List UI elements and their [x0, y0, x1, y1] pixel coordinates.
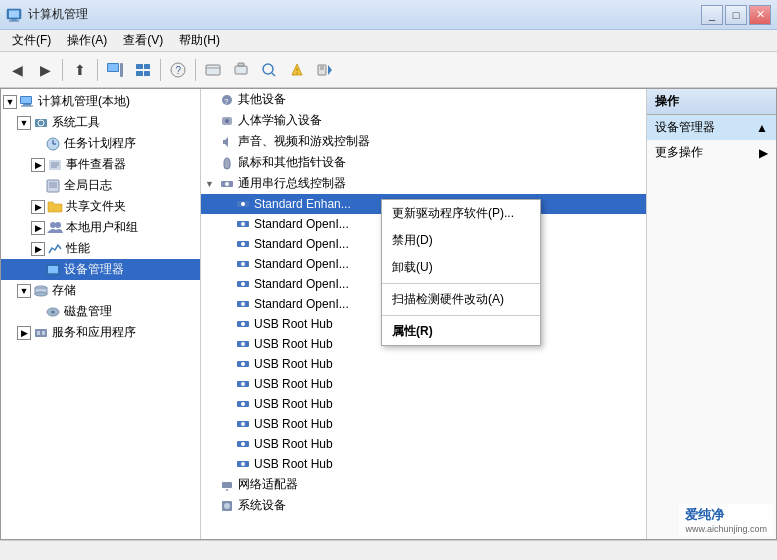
svg-point-51: [51, 310, 55, 313]
usb-ctrl-icon: [219, 176, 235, 192]
window-title: 计算机管理: [28, 6, 88, 23]
extra-btn-1[interactable]: [200, 57, 226, 83]
svg-rect-7: [136, 64, 143, 69]
services-expand[interactable]: ▶: [17, 326, 31, 340]
svg-line-18: [272, 73, 275, 76]
svg-point-44: [55, 222, 61, 228]
device-usb-root-5[interactable]: USB Root Hub: [201, 434, 646, 454]
local-users-label: 本地用户和组: [66, 219, 138, 236]
mouse-icon: [219, 155, 235, 171]
usb-root-icon-5: [235, 436, 251, 452]
close-button[interactable]: ✕: [749, 5, 771, 25]
system-tools-expand[interactable]: ▼: [17, 116, 31, 130]
svg-point-63: [241, 202, 245, 206]
device-usb-root-2[interactable]: USB Root Hub: [201, 374, 646, 394]
usb-device-icon-3: [235, 256, 251, 272]
toolbar-sep-1: [62, 59, 63, 81]
svg-point-77: [241, 342, 245, 346]
device-other[interactable]: ? 其他设备: [201, 89, 646, 110]
ops-more-actions-label: 更多操作: [655, 144, 703, 161]
ctx-sep-1: [382, 283, 540, 284]
log-icon: [45, 178, 61, 194]
ctx-scan-hardware[interactable]: 扫描检测硬件改动(A): [382, 286, 540, 313]
tree-performance[interactable]: ▶ 性能: [1, 238, 200, 259]
view-button[interactable]: [130, 57, 156, 83]
usb-device-icon-6: [235, 316, 251, 332]
svg-point-67: [241, 242, 245, 246]
extra-btn-4[interactable]: [284, 57, 310, 83]
help-button[interactable]: ?: [165, 57, 191, 83]
svg-point-21: [296, 72, 298, 74]
tree-global-log[interactable]: 全局日志: [1, 175, 200, 196]
up-button[interactable]: ⬆: [67, 57, 93, 83]
extra-btn-5[interactable]: [312, 57, 338, 83]
svg-rect-3: [9, 20, 19, 21]
device-usb-root-4[interactable]: USB Root Hub: [201, 414, 646, 434]
device-audio[interactable]: 声音、视频和游戏控制器: [201, 131, 646, 152]
tree-device-manager[interactable]: 设备管理器: [1, 259, 200, 280]
shared-folder-icon: [47, 199, 63, 215]
tree-task-scheduler[interactable]: 任务计划程序: [1, 133, 200, 154]
menu-action[interactable]: 操作(A): [59, 30, 115, 51]
svg-point-61: [225, 182, 229, 186]
tree-services[interactable]: ▶ 服务和应用程序: [1, 322, 200, 343]
back-button[interactable]: ◀: [4, 57, 30, 83]
usb-root-icon-0: [235, 336, 251, 352]
device-mouse[interactable]: 鼠标和其他指针设备: [201, 152, 646, 173]
tree-local-users[interactable]: ▶ 本地用户和组: [1, 217, 200, 238]
device-network[interactable]: 网络适配器: [201, 474, 646, 495]
ops-more-actions[interactable]: 更多操作 ▶: [647, 140, 776, 165]
tree-disk-mgmt[interactable]: 磁盘管理: [1, 301, 200, 322]
tree-storage[interactable]: ▼ 存储: [1, 280, 200, 301]
ctx-update-driver[interactable]: 更新驱动程序软件(P)...: [382, 200, 540, 227]
svg-point-85: [241, 422, 245, 426]
ctx-properties[interactable]: 属性(R): [382, 318, 540, 345]
show-console-button[interactable]: [102, 57, 128, 83]
forward-button[interactable]: ▶: [32, 57, 58, 83]
device-usb-root-3[interactable]: USB Root Hub: [201, 394, 646, 414]
menu-file[interactable]: 文件(F): [4, 30, 59, 51]
perf-expand[interactable]: ▶: [31, 242, 45, 256]
svg-rect-1: [9, 10, 19, 17]
usb-device-icon-5: [235, 296, 251, 312]
menu-view[interactable]: 查看(V): [115, 30, 171, 51]
menu-help[interactable]: 帮助(H): [171, 30, 228, 51]
tree-shared-folders[interactable]: ▶ 共享文件夹: [1, 196, 200, 217]
task-scheduler-label: 任务计划程序: [64, 135, 136, 152]
extra-btn-2[interactable]: [228, 57, 254, 83]
device-hid[interactable]: 人体学输入设备: [201, 110, 646, 131]
ops-device-manager[interactable]: 设备管理器 ▲: [647, 115, 776, 140]
shared-expand[interactable]: ▶: [31, 200, 45, 214]
root-expand-icon[interactable]: ▼: [3, 95, 17, 109]
tree-root-item[interactable]: ▼ 计算机管理(本地): [1, 91, 200, 112]
minimize-button[interactable]: _: [701, 5, 723, 25]
extra-btn-3[interactable]: [256, 57, 282, 83]
svg-rect-46: [48, 266, 58, 273]
device-mgr-icon: [45, 262, 61, 278]
device-usb-root-6[interactable]: USB Root Hub: [201, 454, 646, 474]
storage-expand[interactable]: ▼: [17, 284, 31, 298]
svg-point-49: [35, 292, 47, 296]
tree-event-viewer[interactable]: ▶ 事件查看器: [1, 154, 200, 175]
svg-point-65: [241, 222, 245, 226]
svg-point-83: [241, 402, 245, 406]
usb-header-item[interactable]: ▼ 通用串行总线控制器: [201, 173, 646, 194]
device-system[interactable]: 系统设备: [201, 495, 646, 516]
event-viewer-expand[interactable]: ▶: [31, 158, 45, 172]
svg-point-75: [241, 322, 245, 326]
usb-device-icon-0: [235, 196, 251, 212]
usb-root-label-0: USB Root Hub: [254, 337, 333, 351]
ctx-disable[interactable]: 禁用(D): [382, 227, 540, 254]
usb-root-label-2: USB Root Hub: [254, 377, 333, 391]
users-expand[interactable]: ▶: [31, 221, 45, 235]
context-menu: 更新驱动程序软件(P)... 禁用(D) 卸载(U) 扫描检测硬件改动(A) 属…: [381, 199, 541, 346]
tree-root: ▼ 计算机管理(本地) ▼ 系统工具 任务计划程序: [1, 89, 200, 345]
app-icon: [6, 7, 22, 23]
scheduler-icon: [45, 136, 61, 152]
svg-marker-25: [328, 65, 332, 75]
maximize-button[interactable]: □: [725, 5, 747, 25]
ctx-uninstall[interactable]: 卸载(U): [382, 254, 540, 281]
tree-system-tools[interactable]: ▼ 系统工具: [1, 112, 200, 133]
device-usb-root-1[interactable]: USB Root Hub: [201, 354, 646, 374]
audio-icon: [219, 134, 235, 150]
